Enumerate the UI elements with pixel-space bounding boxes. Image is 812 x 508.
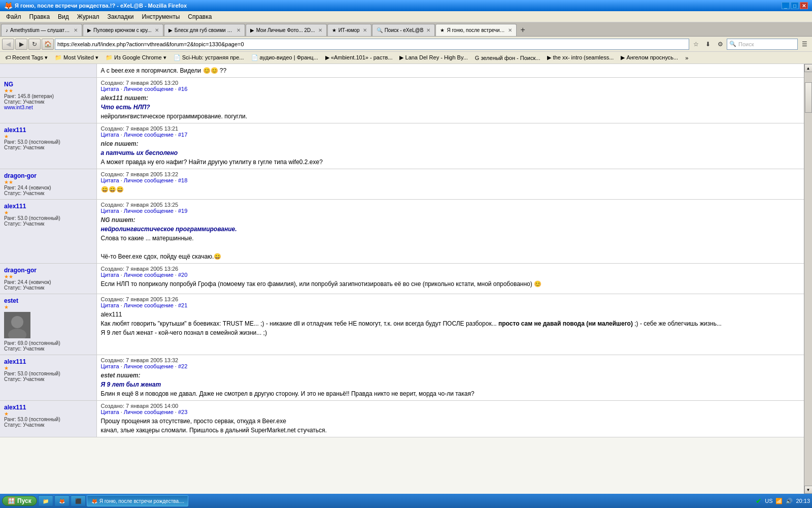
cite-link-18[interactable]: Цитата [101, 177, 119, 183]
menu-help[interactable]: Справка [184, 12, 216, 21]
author-name-18: dragon-gor [4, 172, 92, 179]
post-body-23: Прошу прощения за отсутствие, просто сер… [101, 417, 800, 435]
post-num-22[interactable]: #22 [178, 363, 187, 369]
tab-5[interactable]: 🔍 Поиск - eXeL@B ✕ [372, 24, 435, 36]
author-status-17: Статус: Участник [4, 145, 92, 150]
cite-link-23[interactable]: Цитата [101, 409, 119, 415]
tab-2[interactable]: ▶ Блеск для губ своими р... ✕ [164, 24, 245, 36]
post-meta-21: Создано: 7 января 2005 13:26 Цитата · Ли… [101, 296, 800, 308]
tab-close-5[interactable]: ✕ [426, 27, 430, 33]
bookmark-lana[interactable]: ▶ Lana Del Rey - High By... [396, 53, 470, 62]
bookmark-xx-intro[interactable]: ▶ the xx- intro (seamless... [544, 53, 617, 62]
settings-button[interactable]: ⚙ [715, 39, 726, 50]
menu-bookmarks[interactable]: Закладки [104, 12, 138, 21]
table-row: alex111 ★ Ранг: 53.0 (постоянный) Статус… [0, 200, 804, 264]
taskbar-btn-cmd[interactable]: ⬛ [71, 495, 86, 506]
pm-link-18[interactable]: Личное сообщение [124, 177, 174, 183]
title-bar-controls[interactable]: _ □ ✕ [782, 2, 808, 9]
tab-1[interactable]: ▶ Пуловер крючком с кру... ✕ [83, 24, 163, 36]
minimize-button[interactable]: _ [782, 2, 790, 9]
pm-link-21[interactable]: Личное сообщение [124, 302, 174, 308]
pm-link-20[interactable]: Личное сообщение [124, 272, 174, 278]
pm-link-19[interactable]: Личное сообщение [124, 208, 174, 214]
cite-link-16[interactable]: Цитата [101, 86, 119, 92]
taskbar-active-window[interactable]: 🦊 Я гоню, после встречи рождества.... [87, 495, 188, 506]
tab-0[interactable]: ♪ Amethystium — слушать... ✕ [1, 24, 82, 36]
back-button[interactable]: ◀ [2, 39, 14, 50]
scrollbar-track[interactable] [804, 72, 812, 486]
bookmark-scihub[interactable]: 📄 Sci-Hub: устраняя пре... [171, 53, 247, 62]
search-bar[interactable]: 🔍 Поиск [727, 39, 798, 50]
bookmark-star-button[interactable]: ☆ [690, 39, 701, 50]
menu-journal[interactable]: Журнал [73, 12, 104, 21]
cite-link-19[interactable]: Цитата [101, 208, 119, 214]
post-num-23[interactable]: #23 [178, 409, 187, 415]
cite-link-21[interactable]: Цитата [101, 302, 119, 308]
tab-4[interactable]: ★ ИТ-юмор ✕ [327, 24, 371, 36]
taskbar-btn-explorer[interactable]: 📁 [38, 495, 53, 506]
restore-button[interactable]: □ [791, 2, 799, 9]
bookmark-more[interactable]: » [682, 54, 691, 62]
post-num-16[interactable]: #16 [178, 86, 187, 92]
menu-edit[interactable]: Правка [25, 12, 54, 21]
tab-close-4[interactable]: ✕ [363, 27, 367, 33]
close-button[interactable]: ✕ [800, 2, 808, 9]
tab-close-3[interactable]: ✕ [318, 27, 322, 33]
menu-tools[interactable]: Инструменты [138, 12, 184, 21]
menu-file[interactable]: Файл [2, 12, 25, 21]
post-num-18[interactable]: #18 [178, 177, 187, 183]
scrollbar-up-button[interactable]: ▲ [804, 64, 813, 72]
bookmark-angel[interactable]: ▶ Ангелом проснусь... [618, 53, 681, 62]
pm-link-23[interactable]: Личное сообщение [124, 409, 174, 415]
bookmark-recent-tags[interactable]: 🏷 Recent Tags ▾ [2, 53, 51, 62]
tab-close-0[interactable]: ✕ [74, 27, 78, 33]
bookmark-google-chrome[interactable]: 📁 Из Google Chrome ▾ [103, 53, 170, 62]
cite-link-20[interactable]: Цитата [101, 272, 119, 278]
menu-view[interactable]: Вид [54, 12, 73, 21]
author-name-21: estet [4, 297, 92, 304]
bookmark-most-visited[interactable]: 📁 Most Visited ▾ [52, 53, 101, 62]
download-button[interactable]: ⬇ [702, 39, 714, 50]
new-tab-button[interactable]: + [517, 24, 528, 36]
quote-text-16: Что есть НЛП? [101, 103, 800, 112]
post-content-21: Создано: 7 января 2005 13:26 Цитата · Ли… [96, 294, 804, 355]
cite-link-17[interactable]: Цитата [101, 132, 119, 138]
scrollbar-down-button[interactable]: ▼ [804, 486, 813, 494]
tab-close-1[interactable]: ✕ [155, 27, 159, 33]
post-num-20[interactable]: #20 [178, 272, 187, 278]
bookmark-audio-video[interactable]: 📄 аудио-видео | Франц... [248, 53, 321, 62]
home-button[interactable]: 🏠 [42, 39, 54, 50]
taskbar: 🪟 Пуск 📁 🦊 ⬛ 🦊 Я гоню, после встречи рож… [0, 494, 812, 508]
pm-link-16[interactable]: Личное сообщение [124, 86, 174, 92]
author-stars-18: ★★ [4, 179, 92, 185]
taskbar-right: ✔ US 📶 🔊 20:13 [756, 497, 810, 505]
address-bar[interactable]: https://exelab.ru/f/index.php?action=vth… [55, 39, 689, 50]
author-site-16[interactable]: www.int3.net [4, 105, 92, 110]
cite-link-22[interactable]: Цитата [101, 363, 119, 369]
menu-button[interactable]: ☰ [799, 39, 810, 50]
tab-close-2[interactable]: ✕ [236, 27, 241, 33]
pm-link-22[interactable]: Личное сообщение [124, 363, 174, 369]
post-num-21[interactable]: #21 [178, 302, 187, 308]
scrollbar[interactable]: ▲ ▼ [804, 64, 812, 494]
scrollbar-thumb[interactable] [805, 82, 812, 113]
bookmark-google-search[interactable]: G зеленый фон - Поиск... [472, 54, 544, 62]
tab-bar: ♪ Amethystium — слушать... ✕ ▶ Пуловер к… [0, 22, 812, 37]
taskbar-btn-firefox[interactable]: 🦊 [54, 495, 70, 506]
reload-button[interactable]: ↻ [28, 39, 41, 50]
post-meta-23: Создано: 7 января 2005 14:00 Цитата · Ли… [101, 403, 800, 415]
author-status-21: Статус: Участник [4, 346, 92, 352]
forward-button[interactable]: ▶ [15, 39, 27, 50]
tab-6[interactable]: ★ Я гоню, после встречи р... ✕ [435, 24, 517, 36]
tab-3[interactable]: ▶ Мои Личные Фото... 2D... ✕ [246, 24, 327, 36]
author-rank-18: Ранг: 24.4 (новичок) [4, 185, 92, 190]
post-num-19[interactable]: #19 [178, 208, 187, 214]
start-button[interactable]: 🪟 Пуск [2, 496, 37, 506]
post-num-17[interactable]: #17 [178, 132, 187, 138]
post-meta-18: Создано: 7 января 2005 13:22 Цитата · Ли… [101, 171, 800, 183]
quote-author-17: nice пишет: [101, 139, 800, 148]
pm-link-17[interactable]: Личное сообщение [124, 132, 174, 138]
author-status-23: Статус: Участник [4, 422, 92, 428]
bookmark-ambient[interactable]: ▶ «Ambient.101» - раств... [322, 53, 396, 62]
tab-close-6[interactable]: ✕ [508, 27, 512, 33]
